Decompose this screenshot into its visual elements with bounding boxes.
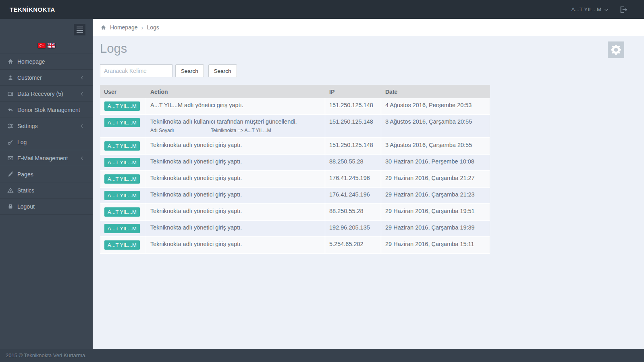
user-menu-label: A...T YIL...M <box>571 6 601 12</box>
date-cell: 29 Haziran 2016, Çarşamba 15:11 <box>381 237 490 254</box>
action-text: Tekniknokta adlı kullanıcı tarafından mü… <box>150 118 321 125</box>
lock-icon <box>7 203 14 210</box>
user-badge: A...T YIL...M <box>104 158 140 167</box>
date-cell: 3 Ağustos 2016, Çarşamba 20:55 <box>381 138 490 155</box>
turkish-flag-icon[interactable] <box>38 43 46 48</box>
user-badge: A...T YIL...M <box>104 191 140 200</box>
user-badge: A...T YIL...M <box>104 240 140 250</box>
sidebar-item-donor-stok-management[interactable]: Donor Stok Management <box>0 102 93 118</box>
action-cell: Tekniknokta adlı yönetici giriş yaptı. <box>146 237 325 254</box>
action-cell: Tekniknokta adlı yönetici giriş yaptı. <box>146 204 325 221</box>
sidebar-item-logout[interactable]: Logout <box>0 199 93 215</box>
action-text: Tekniknokta adlı yönetici giriş yaptı. <box>150 224 321 231</box>
gear-icon[interactable] <box>608 41 624 58</box>
topbar: TEKNİKNOKTA A...T YIL...M <box>0 0 644 19</box>
action-cell: Tekniknokta adlı yönetici giriş yaptı. <box>146 188 325 204</box>
ip-cell: 176.41.245.196 <box>325 188 381 204</box>
sidebar-item-label: Statics <box>17 187 85 194</box>
breadcrumb-homepage-link[interactable]: Homepage <box>110 24 138 31</box>
action-text: Tekniknokta adlı yönetici giriş yaptı. <box>150 141 321 149</box>
action-cell: A...T YIL...M adlı yönetici giriş yaptı. <box>146 98 325 115</box>
ip-cell: 192.96.205.135 <box>325 221 381 237</box>
user-badge: A...T YIL...M <box>104 174 140 184</box>
table-row: A...T YIL...MTekniknokta adlı yönetici g… <box>100 221 490 237</box>
log-table-body: A...T YIL...MA...T YIL...M adlı yönetici… <box>100 98 490 254</box>
user-cell: A...T YIL...M <box>100 155 146 171</box>
table-row: A...T YIL...MTekniknokta adlı yönetici g… <box>100 171 490 188</box>
text-cursor <box>103 68 103 74</box>
sidebar-item-label: Homepage <box>17 58 85 65</box>
chevron-down-icon <box>605 7 609 11</box>
user-cell: A...T YIL...M <box>100 138 146 155</box>
action-text: Tekniknokta adlı yönetici giriş yaptı. <box>150 174 321 182</box>
chevron-left-icon <box>81 92 84 95</box>
hamburger-menu-button[interactable] <box>74 24 85 35</box>
user-badge: A...T YIL...M <box>104 101 140 111</box>
action-cell: Tekniknokta adlı yönetici giriş yaptı. <box>146 221 325 237</box>
ip-cell: 88.250.55.28 <box>325 204 381 221</box>
sidebar-item-label: Logout <box>17 203 85 210</box>
user-cell: A...T YIL...M <box>100 171 146 188</box>
chevron-left-icon <box>81 156 84 159</box>
user-badge: A...T YIL...M <box>104 118 140 127</box>
ip-cell: 151.250.125.148 <box>325 115 381 138</box>
sidebar-item-label: Data Recevory (5) <box>17 91 81 97</box>
sidebar-item-label: Log <box>17 139 85 145</box>
user-icon <box>7 74 14 81</box>
column-header-action: Action <box>146 85 325 98</box>
table-row: A...T YIL...MTekniknokta adlı yönetici g… <box>100 188 490 204</box>
table-row: A...T YIL...MTekniknokta adlı yönetici g… <box>100 155 490 171</box>
action-detail: Adı SoyadıTekniknokta => A...T YIL...M <box>150 127 321 134</box>
table-row: A...T YIL...MTekniknokta adlı yönetici g… <box>100 138 490 155</box>
home-icon <box>7 58 14 65</box>
ip-cell: 88.250.55.28 <box>325 155 381 171</box>
uk-flag-icon[interactable] <box>48 43 55 48</box>
ip-cell: 151.250.125.148 <box>325 98 381 115</box>
sidebar-item-customer[interactable]: Customer <box>0 70 93 86</box>
warning-icon <box>7 187 14 194</box>
date-cell: 29 Haziran 2016, Çarşamba 21:27 <box>381 171 490 188</box>
sidebar-item-label: Pages <box>17 171 85 178</box>
date-cell: 29 Haziran 2016, Çarşamba 19:39 <box>381 221 490 237</box>
ip-cell: 5.254.65.202 <box>325 237 381 254</box>
sidebar-item-pages[interactable]: Pages <box>0 166 93 182</box>
search-button-secondary[interactable]: Search <box>208 64 237 77</box>
sidebar-item-homepage[interactable]: Homepage <box>0 54 93 70</box>
reply-icon <box>7 107 14 113</box>
user-cell: A...T YIL...M <box>100 188 146 204</box>
language-switcher <box>0 43 93 48</box>
table-row: A...T YIL...MA...T YIL...M adlı yönetici… <box>100 98 490 115</box>
sidebar-item-data-recevory-5[interactable]: Data Recevory (5) <box>0 86 93 102</box>
action-cell: Tekniknokta adlı yönetici giriş yaptı. <box>146 171 325 188</box>
ip-cell: 176.41.245.196 <box>325 171 381 188</box>
topbar-right: A...T YIL...M <box>571 5 628 14</box>
user-cell: A...T YIL...M <box>100 204 146 221</box>
wallet-icon <box>7 91 14 97</box>
user-menu[interactable]: A...T YIL...M <box>571 6 608 12</box>
breadcrumb-separator: › <box>141 24 143 31</box>
user-badge: A...T YIL...M <box>104 141 140 151</box>
date-cell: 29 Haziran 2016, Çarşamba 19:51 <box>381 204 490 221</box>
search-row: Search Search <box>100 64 644 77</box>
sidebar-item-settings[interactable]: Settings <box>0 118 93 134</box>
table-row: A...T YIL...MTekniknokta adlı yönetici g… <box>100 204 490 221</box>
sidebar-item-e-mail-management[interactable]: E-Mail Management <box>0 150 93 166</box>
user-cell: A...T YIL...M <box>100 115 146 138</box>
home-icon <box>100 25 106 31</box>
detail-field-name: Adı Soyadı <box>150 127 211 134</box>
column-header-date: Date <box>381 85 490 98</box>
detail-change: Tekniknokta => A...T YIL...M <box>211 128 271 133</box>
action-text: Tekniknokta adlı yönetici giriş yaptı. <box>150 240 321 248</box>
action-cell: Tekniknokta adlı yönetici giriş yaptı. <box>146 155 325 171</box>
table-row: A...T YIL...MTekniknokta adlı kullanıcı … <box>100 115 490 138</box>
user-cell: A...T YIL...M <box>100 237 146 254</box>
search-input[interactable] <box>100 64 172 77</box>
sidebar-item-log[interactable]: Log <box>0 134 93 150</box>
table-row: A...T YIL...MTekniknokta adlı yönetici g… <box>100 237 490 254</box>
search-button[interactable]: Search <box>175 64 204 77</box>
column-header-ip: IP <box>325 85 381 98</box>
action-text: Tekniknokta adlı yönetici giriş yaptı. <box>150 191 321 198</box>
brand-logo[interactable]: TEKNİKNOKTA <box>10 6 55 13</box>
sidebar-item-statics[interactable]: Statics <box>0 182 93 199</box>
sign-out-icon[interactable] <box>619 5 628 14</box>
